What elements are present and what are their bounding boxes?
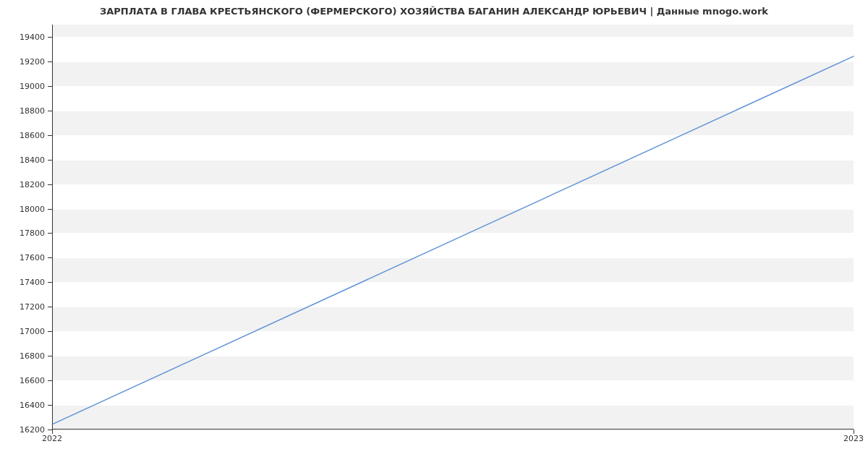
y-tick [48, 282, 52, 283]
y-tick-label: 17200 [20, 302, 45, 312]
y-tick-label: 19000 [20, 81, 45, 90]
y-tick [48, 111, 52, 111]
y-tick-label: 17000 [20, 327, 45, 336]
y-tick-label: 16600 [20, 376, 45, 385]
y-tick-label: 18200 [20, 179, 45, 189]
y-tick [48, 184, 52, 185]
chart-title: ЗАРПЛАТА В ГЛАВА КРЕСТЬЯНСКОГО (ФЕРМЕРСК… [0, 6, 868, 17]
plot-area: 1620016400166001680017000172001740017600… [52, 25, 854, 430]
x-tick-label: 2022 [42, 434, 62, 443]
y-tick [48, 37, 52, 38]
y-tick [48, 356, 52, 356]
y-tick-label: 18000 [20, 204, 45, 213]
y-tick-label: 18400 [20, 155, 45, 164]
y-tick [48, 307, 52, 307]
y-tick [48, 86, 52, 87]
chart-container: ЗАРПЛАТА В ГЛАВА КРЕСТЬЯНСКОГО (ФЕРМЕРСК… [0, 0, 868, 470]
y-tick-label: 19200 [20, 56, 45, 66]
y-tick [48, 61, 52, 62]
y-tick [48, 209, 52, 210]
x-tick-label: 2023 [843, 434, 864, 443]
y-tick-label: 16400 [20, 401, 45, 410]
line-series [52, 25, 854, 430]
y-tick-label: 17600 [20, 253, 45, 262]
y-tick-label: 16800 [20, 351, 45, 361]
y-tick-label: 17800 [20, 228, 45, 238]
y-tick-label: 16200 [20, 425, 45, 435]
y-tick-label: 19400 [20, 32, 45, 41]
y-tick [48, 405, 52, 406]
y-tick [48, 135, 52, 136]
y-tick [48, 380, 52, 381]
y-tick-label: 17400 [20, 278, 45, 287]
y-tick-label: 18800 [20, 106, 45, 115]
y-tick [48, 233, 52, 234]
y-tick [48, 257, 52, 258]
y-tick-label: 18600 [20, 130, 45, 140]
y-tick [48, 160, 52, 161]
y-tick [48, 331, 52, 332]
